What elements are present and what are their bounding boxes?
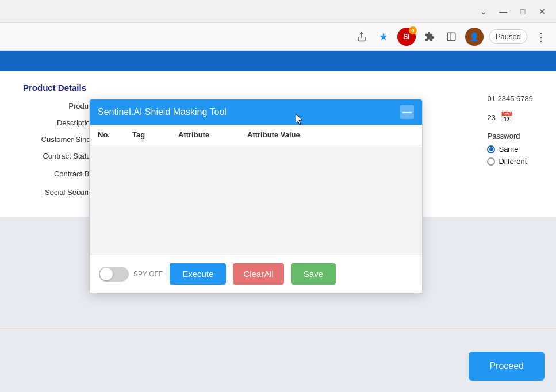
dialog-minimize-button[interactable]: — xyxy=(400,105,414,119)
date-field: 23 📅 xyxy=(487,111,533,124)
toggle-thumb xyxy=(100,268,113,280)
paused-badge: Paused xyxy=(489,29,527,44)
radio-same[interactable]: Same xyxy=(487,145,533,153)
svg-rect-1 xyxy=(447,33,455,41)
save-button[interactable]: Save xyxy=(291,263,336,285)
radio-different[interactable]: Different xyxy=(487,157,533,166)
minimize-button[interactable]: — xyxy=(499,7,508,16)
extensions-badge: 0 xyxy=(409,26,417,34)
col-attribute: Attribute xyxy=(178,130,247,139)
col-no: No. xyxy=(98,130,132,139)
radio-same-circle[interactable] xyxy=(487,145,495,153)
browser-titlebar: ⌄ — □ ✕ xyxy=(0,0,556,23)
password-label: Password xyxy=(487,132,533,140)
nav-bar xyxy=(0,51,556,71)
divider xyxy=(0,328,556,329)
avatar[interactable]: 👤 xyxy=(465,28,484,46)
more-menu-icon[interactable]: ⋮ xyxy=(533,29,549,45)
dialog-title: Sentinel.AI Shield Masking Tool xyxy=(98,107,227,117)
spy-label: SPY OFF xyxy=(133,270,163,278)
right-panel: 01 2345 6789 23 📅 Password Same Differen… xyxy=(476,83,545,177)
spy-toggle[interactable]: SPY OFF xyxy=(99,267,163,282)
calendar-icon[interactable]: 📅 xyxy=(500,111,513,124)
sidebar-toggle-icon[interactable] xyxy=(443,29,459,45)
page-content: Product Details Product Description Cust… xyxy=(0,51,556,392)
maximize-button[interactable]: □ xyxy=(518,7,527,16)
close-button[interactable]: ✕ xyxy=(538,7,547,16)
clearall-button[interactable]: ClearAll xyxy=(233,263,284,285)
col-attribute-value: Attribute Value xyxy=(247,130,414,139)
dialog-footer: SPY OFF Execute ClearAll Save xyxy=(90,255,422,293)
section-title: Product Details xyxy=(23,83,533,93)
chevron-down-icon[interactable]: ⌄ xyxy=(479,7,488,16)
radio-group: Same Different xyxy=(487,145,533,166)
star-icon[interactable]: ★ xyxy=(375,29,392,45)
phone-value: 01 2345 6789 xyxy=(487,94,533,103)
proceed-button[interactable]: Proceed xyxy=(469,352,545,381)
execute-button[interactable]: Execute xyxy=(170,263,226,285)
dialog-table-header: No. Tag Attribute Attribute Value xyxy=(90,125,422,145)
shield-dialog: Sentinel.AI Shield Masking Tool — No. Ta… xyxy=(89,99,423,293)
extensions-icon[interactable]: SI 0 xyxy=(397,28,416,46)
share-icon[interactable] xyxy=(354,29,370,45)
dialog-titlebar: Sentinel.AI Shield Masking Tool — xyxy=(90,99,422,125)
radio-different-circle[interactable] xyxy=(487,157,495,166)
dialog-body xyxy=(90,145,422,255)
col-tag: Tag xyxy=(132,130,178,139)
browser-toolbar: ★ SI 0 👤 Paused ⋮ xyxy=(0,23,556,51)
puzzle-icon[interactable] xyxy=(421,29,438,45)
toggle-track[interactable] xyxy=(99,267,129,282)
